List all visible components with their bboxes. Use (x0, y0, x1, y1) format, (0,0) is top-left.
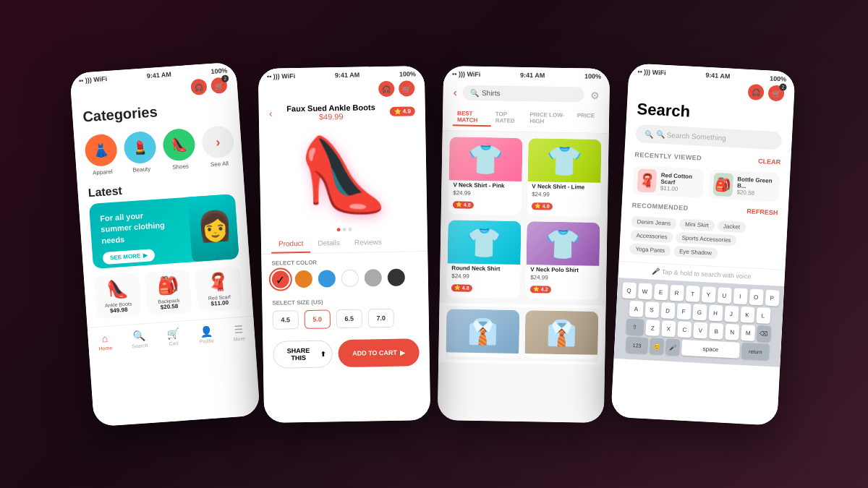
nav-profile[interactable]: 👤 Profile (198, 325, 214, 343)
category-apparel[interactable]: 👗 Apparel (84, 133, 119, 176)
key-c[interactable]: C (677, 321, 692, 338)
see-more-button[interactable]: SEE MORE ▶ (103, 249, 156, 265)
color-white[interactable] (341, 269, 359, 286)
tab-product[interactable]: Product (271, 234, 311, 253)
key-n[interactable]: N (725, 323, 739, 340)
size-5-0[interactable]: 5.0 (305, 309, 331, 329)
key-return[interactable]: return (741, 343, 770, 360)
key-t[interactable]: T (685, 285, 699, 301)
headphone-icon4[interactable]: 🎧 (748, 83, 765, 100)
key-q[interactable]: Q (621, 282, 636, 299)
cart-icon-badge[interactable]: 🛒2 (210, 77, 227, 93)
category-beauty[interactable]: 💄 Beauty (123, 130, 158, 174)
cart-icon2[interactable]: 🛒 (399, 80, 414, 96)
back-icon3[interactable]: ‹ (453, 85, 457, 98)
filter-best-match[interactable]: BEST MATCH (453, 108, 491, 127)
cart-icon4[interactable]: 🛒2 (768, 85, 785, 101)
nav-home[interactable]: ⌂ Home (98, 332, 112, 351)
key-emoji[interactable]: 😊 (650, 338, 664, 354)
product-backpack[interactable]: 🎒 Backpack $20.58 (145, 269, 192, 315)
key-r[interactable]: R (669, 284, 684, 301)
key-d[interactable]: D (660, 302, 675, 319)
key-x[interactable]: X (661, 320, 676, 337)
grid-product-6[interactable]: 👔 (524, 310, 598, 359)
tag-accessories[interactable]: Accessories (630, 229, 673, 242)
key-f[interactable]: F (676, 303, 691, 320)
key-a[interactable]: A (629, 300, 643, 317)
key-123[interactable]: 123 (626, 336, 648, 354)
key-space[interactable]: space (681, 339, 740, 358)
clear-button[interactable]: CLEAR (758, 157, 780, 166)
key-z[interactable]: Z (645, 320, 660, 336)
key-m[interactable]: M (741, 324, 755, 341)
key-mic[interactable]: 🎤 (665, 338, 680, 355)
filter-price-low[interactable]: PRICE LOW-HIGH (525, 110, 573, 128)
back-button[interactable]: ‹ (269, 107, 273, 119)
nav-more[interactable]: ☰ More (232, 322, 245, 341)
filter-top-rated[interactable]: TOP RATED (491, 109, 526, 127)
nav-search[interactable]: 🔍 Search (131, 330, 148, 348)
color-gray[interactable] (365, 269, 382, 286)
headphone-icon[interactable]: 🎧 (190, 78, 207, 95)
tag-yoga-pants[interactable]: Yoga Pants (629, 243, 671, 256)
key-h[interactable]: H (708, 304, 723, 321)
key-v[interactable]: V (693, 322, 707, 338)
action-row: SHARE THIS ⬆ ADD TO CART ▶ (263, 332, 430, 374)
key-g[interactable]: G (692, 304, 707, 320)
search-icon4: 🔍 (644, 129, 654, 138)
search-input3[interactable]: 🔍 Shirts (463, 85, 584, 102)
tag-mini-skirt[interactable]: Mini Skirt (679, 218, 715, 231)
key-o[interactable]: O (749, 288, 763, 305)
recent-item-scarf[interactable]: 🧣 Red Cotton Scarf $11.00 (632, 165, 704, 197)
key-y[interactable]: Y (701, 286, 715, 302)
key-p[interactable]: P (765, 289, 779, 306)
battery3: 100% (584, 72, 601, 80)
key-l[interactable]: L (756, 307, 770, 323)
keyboard[interactable]: Q W E R T Y U I O P A S D F G H (614, 277, 785, 367)
category-shoes[interactable]: 👠 Shoes (162, 127, 197, 171)
key-j[interactable]: J (724, 305, 739, 322)
grid-product-2[interactable]: 👕 V Neck Shirt - Lime $24.99 ⭐ 4.8 (527, 138, 602, 217)
grid-product-3[interactable]: 👕 Round Neck Shirt $24.99 ⭐ 4.8 (447, 220, 522, 299)
tag-eye-shadow[interactable]: Eye Shadow (673, 245, 718, 258)
add-to-cart-button[interactable]: ADD TO CART ▶ (338, 338, 420, 367)
key-s[interactable]: S (644, 301, 659, 317)
tab-details[interactable]: Details (310, 234, 347, 252)
tag-denim-jeans[interactable]: Denim Jeans (631, 215, 676, 228)
color-orange[interactable] (295, 270, 312, 287)
product-name: Faux Sued Ankle Boots (286, 103, 375, 113)
recent-item-bag[interactable]: 🎒 Bottle Green B... $20.58 (708, 169, 780, 202)
banner-btn-label: SEE MORE (110, 252, 141, 261)
key-b[interactable]: B (709, 322, 723, 339)
key-backspace[interactable]: ⌫ (757, 325, 771, 342)
grid-product-5[interactable]: 👔 (446, 309, 519, 358)
filter-price[interactable]: PRICE (572, 111, 599, 129)
nav-cart[interactable]: 🛒 Cart (166, 327, 180, 346)
filter-icon[interactable]: ⚙ (590, 89, 599, 100)
category-see-all[interactable]: › See All (201, 125, 236, 168)
key-w[interactable]: W (637, 283, 652, 299)
product-ankle-boots[interactable]: 👠 Ankle Boots $49.98 (94, 273, 142, 319)
share-button[interactable]: SHARE THIS ⬆ (273, 340, 333, 368)
dot2 (342, 227, 346, 231)
tag-jacket[interactable]: Jacket (718, 221, 746, 233)
tag-sports-accessories[interactable]: Sports Accessories (676, 232, 737, 246)
key-k[interactable]: K (740, 306, 754, 322)
key-e[interactable]: E (653, 283, 668, 300)
tab-reviews[interactable]: Reviews (347, 233, 389, 252)
key-shift[interactable]: ⇧ (626, 318, 644, 335)
color-dark[interactable] (388, 268, 405, 286)
headphone-icon2[interactable]: 🎧 (378, 80, 394, 96)
size-4-5[interactable]: 4.5 (273, 310, 299, 330)
grid-product-1[interactable]: 👕 V Neck Shirt - Pink $24.99 ⭐ 4.8 (448, 137, 523, 215)
key-i[interactable]: I (733, 288, 747, 304)
size-6-5[interactable]: 6.5 (336, 309, 362, 328)
size-7-0[interactable]: 7.0 (368, 308, 394, 328)
key-u[interactable]: U (717, 287, 731, 304)
dot1 (336, 228, 340, 231)
color-blue[interactable] (318, 270, 336, 287)
refresh-button[interactable]: REFRESH (746, 207, 778, 216)
grid-product-4[interactable]: 👕 V Neck Polo Shirt $24.99 ⭐ 4.2 (526, 221, 600, 300)
color-red[interactable]: ✓ (272, 270, 289, 288)
product-red-scarf[interactable]: 🧣 Red Scarf $11.00 (195, 265, 242, 312)
